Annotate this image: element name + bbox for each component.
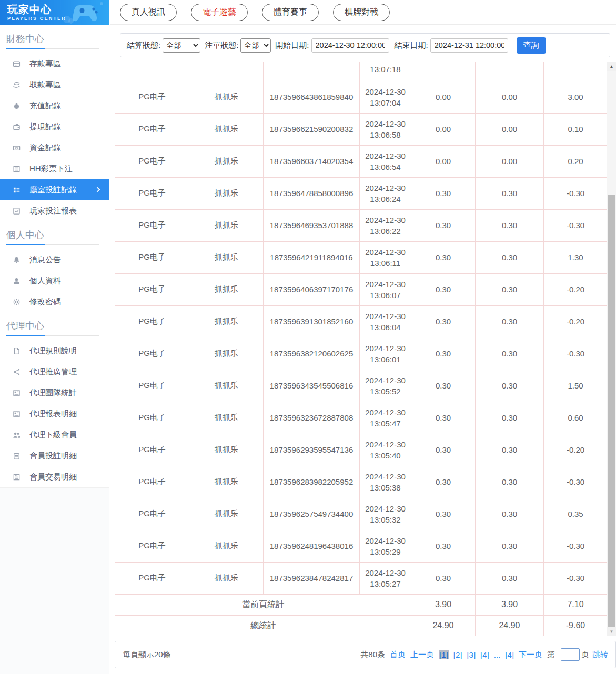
winloss-cell: 1.50 [544,370,608,402]
news-icon [13,389,21,397]
time-cell: 2024-12-3013:05:32 [360,498,411,530]
per-page-label: 每頁顯示20條 [123,650,171,660]
game-cell: 抓抓乐 [189,562,264,594]
jump-page-input[interactable] [561,648,580,661]
page-number-link[interactable]: [4] [480,650,489,659]
sidebar-item[interactable]: 修改密碼 [0,291,109,312]
page-summary-row: 當前頁統計 3.90 3.90 7.10 [115,594,608,615]
sidebar-item-label: 代理團隊統計 [29,388,77,398]
prev-page-link[interactable]: 上一页 [410,650,434,660]
table-row: PG电子抓抓乐18735962935955471362024-12-3013:0… [115,434,608,466]
winloss-cell: -0.30 [544,209,608,241]
pager: 共80条 首页 上一页 [1][2][3][4]...[4] 下一页 第 页 跳… [360,648,608,661]
sidebar-item[interactable]: 代理推廣管理 [0,361,109,382]
jump-link[interactable]: 跳转 [592,650,608,660]
valid-amount-cell: 0.30 [476,241,544,273]
winloss-cell: 0.10 [544,113,608,145]
bet-amount-cell: 0.30 [411,466,476,498]
scroll-down-arrow-icon[interactable]: ▼ [607,627,616,636]
game-cell: 抓抓乐 [189,113,264,145]
sidebar-item[interactable]: 存款專區 [0,53,109,74]
bet-records-tbody: 13:07:18 PG电子抓抓乐18735966438618598402024-… [115,62,608,594]
game-cell: 抓抓乐 [189,209,264,241]
order-status-select[interactable]: 全部 [240,38,271,53]
winloss-cell: -0.20 [544,305,608,338]
tab-game-category[interactable]: 體育賽事 [262,4,319,21]
sidebar-item[interactable]: 代理報表明細 [0,403,109,424]
valid-amount-cell: 0.30 [476,466,544,498]
bet-amount-cell: 0.30 [411,498,476,530]
tab-active-game-category[interactable]: 電子遊藝 [191,4,248,21]
sidebar-item[interactable]: 個人資料 [0,270,109,291]
sidebar-item[interactable]: 代理下級會員 [0,424,109,445]
settle-status-select[interactable]: 全部 [163,38,200,53]
sidebar-item-label: 資金記錄 [29,143,61,153]
tab-game-category[interactable]: 棋牌對戰 [333,4,390,21]
order-no-cell: 1873596323672887808 [264,402,360,434]
winloss-cell: -0.20 [544,434,608,466]
sidebar-item-label: 充值記錄 [29,101,61,111]
sidebar-item[interactable]: 提現記錄 [0,116,109,137]
clipboard-icon [13,452,21,460]
order-status-label: 注單狀態: [205,40,238,50]
table-row: PG电子抓抓乐18735966037140203542024-12-3013:0… [115,145,608,177]
search-button[interactable]: 查詢 [517,37,546,54]
platform-cell: PG电子 [115,145,189,177]
next-page-link[interactable]: 下一页 [519,650,542,660]
list-detail-icon [13,473,21,481]
first-page-link[interactable]: 首页 [390,650,406,660]
sidebar-section-title: 個人中心 [0,221,109,244]
sidebar-item[interactable]: 玩家投注報表 [0,200,109,221]
scroll-up-arrow-icon[interactable]: ▲ [607,62,616,71]
bell-icon [13,256,21,264]
sidebar-item[interactable]: 會員投註明細 [0,445,109,466]
pagination-bar: 每頁顯示20條 共80条 首页 上一页 [1][2][3][4]...[4] 下… [115,641,616,668]
bet-amount-cell [411,62,476,81]
tab-game-category[interactable]: 真人視訊 [120,4,177,21]
sidebar-item[interactable]: 代理規則說明 [0,340,109,361]
table-scrollbar[interactable]: ▲ ▼ [607,62,616,636]
sidebar-sections: 財務中心存款專區取款專區充值記錄提現記錄資金記錄HH彩票下注廳室投註記錄玩家投注… [0,25,109,487]
page-number-link[interactable]: [2] [453,650,462,659]
platform-cell: PG电子 [115,434,189,466]
sidebar-item[interactable]: 會員交易明細 [0,466,109,487]
sidebar-item[interactable]: 取款專區 [0,74,109,95]
sidebar-item[interactable]: 代理團隊統計 [0,382,109,403]
start-date-input[interactable] [311,38,389,53]
bet-amount-cell: 0.30 [411,370,476,402]
sidebar-item[interactable]: 消息公告 [0,249,109,270]
table-row: PG电子抓抓乐18735963236728878082024-12-3013:0… [115,402,608,434]
jump-suffix-label: 页 [581,650,589,660]
winloss-cell: -0.20 [544,273,608,305]
section-divider [6,244,99,245]
order-no-cell [264,62,360,81]
time-cell: 2024-12-3013:06:01 [360,338,411,370]
time-cell: 2024-12-3013:06:04 [360,305,411,338]
moneybag-icon [13,102,21,110]
sidebar-item-label: 廳室投註記錄 [29,185,77,195]
sidebar: 玩家中心 PLAYERS CENTER 財務中心存款專區取款專區充值記錄提現記錄… [0,0,109,674]
sidebar-item[interactable]: 廳室投註記錄 [0,179,109,200]
order-no-cell: 1873596643861859840 [264,81,360,113]
document-icon [13,347,21,355]
page-number-link[interactable]: [3] [467,650,476,659]
end-date-input[interactable] [430,38,508,53]
page-number-link[interactable]: [4] [505,650,514,659]
sidebar-item[interactable]: 資金記錄 [0,137,109,158]
order-no-cell: 1873596421911894016 [264,241,360,273]
order-no-cell: 1873596382120602625 [264,338,360,370]
platform-cell: PG电子 [115,241,189,273]
start-date-label: 開始日期: [275,40,309,50]
table-row: PG电子抓抓乐18735962384782428172024-12-3013:0… [115,562,608,594]
time-cell: 2024-12-3013:06:07 [360,273,411,305]
bet-amount-cell: 0.00 [411,81,476,113]
sidebar-item[interactable]: HH彩票下注 [0,158,109,179]
winloss-cell: -0.30 [544,338,608,370]
section-divider [6,335,99,336]
news-icon [13,410,21,418]
gear-icon [13,298,21,306]
game-cell: 抓抓乐 [189,145,264,177]
sidebar-item[interactable]: 充值記錄 [0,95,109,116]
sidebar-item-label: 代理推廣管理 [29,367,77,377]
scrollbar-thumb[interactable] [608,195,615,627]
